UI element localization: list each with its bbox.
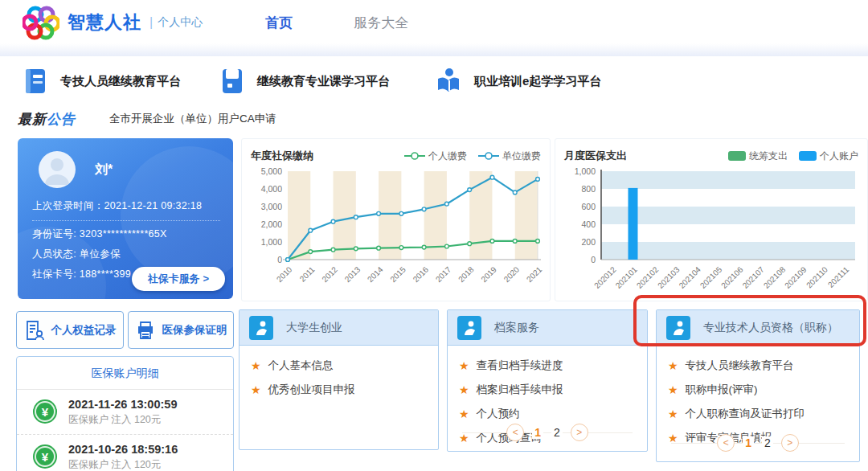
pagination-prev-button[interactable]: < bbox=[506, 424, 524, 441]
platform-link-label: 继续教育专业课学习平台 bbox=[257, 74, 390, 89]
social-security-card-service-button[interactable]: 社保卡服务 > bbox=[132, 267, 225, 291]
pagination-page-2[interactable]: 2 bbox=[762, 436, 773, 449]
svg-text:2018: 2018 bbox=[457, 264, 476, 284]
person-icon bbox=[253, 320, 269, 336]
legend-label: 个人缴费 bbox=[428, 149, 467, 163]
avatar bbox=[39, 151, 76, 188]
star-icon: ★ bbox=[459, 384, 469, 395]
service-card-header: 档案服务 bbox=[448, 310, 647, 346]
svg-text:2015: 2015 bbox=[388, 264, 407, 284]
service-card-item[interactable]: ★优秀创业项目申报 bbox=[251, 378, 430, 402]
line-chart-title: 年度社保缴纳 bbox=[251, 149, 313, 163]
service-card-item-label: 职称申报(评审) bbox=[686, 383, 758, 397]
quick-button-rights-record[interactable]: 个人权益记录 bbox=[16, 311, 124, 349]
star-icon: ★ bbox=[251, 384, 261, 395]
svg-text:2010: 2010 bbox=[275, 264, 294, 284]
annual-social-insurance-chart-panel: 年度社保缴纳 个人缴费单位缴费 01,0002,0003,0004,0005,0… bbox=[241, 138, 551, 301]
medical-account-panel-title: 医保账户明细 bbox=[17, 357, 233, 390]
main-nav: 首页服务大全 bbox=[265, 14, 408, 32]
account-entry: ¥2021-11-26 13:00:59医保账户 注入 120元 bbox=[17, 390, 233, 434]
platform-link-1[interactable]: 继续教育专业课学习平台 bbox=[217, 66, 390, 96]
pagination-page-1[interactable]: 1 bbox=[743, 436, 754, 449]
money-icon: ¥ bbox=[33, 444, 57, 469]
pagination-prev-button[interactable]: < bbox=[717, 434, 735, 452]
service-card-item[interactable]: ★个人基本信息 bbox=[251, 354, 430, 378]
brand-subtitle: 个人中心 bbox=[158, 15, 203, 30]
service-card-item[interactable]: ★职称申报(评审) bbox=[668, 378, 851, 402]
page: 智慧人社 | 个人中心 首页服务大全 专技人员继续教育平台继续教育专业课学习平台… bbox=[0, 0, 868, 471]
service-card-header: 专业技术人员资格（职称） bbox=[657, 310, 859, 346]
service-card-0: 大学生创业★个人基本信息★优秀创业项目申报 bbox=[239, 309, 439, 450]
quick-button-insurance-proof[interactable]: 医保参保证明 bbox=[128, 311, 234, 349]
svg-text:202102: 202102 bbox=[635, 264, 661, 290]
service-card-title: 档案服务 bbox=[494, 321, 539, 335]
pagination-next-button[interactable]: > bbox=[571, 424, 588, 441]
quick-button-label: 个人权益记录 bbox=[51, 323, 117, 338]
bar-chart-legend: 统筹支出个人账户 bbox=[728, 149, 858, 163]
svg-text:1,000: 1,000 bbox=[575, 166, 596, 176]
account-entry-time: 2021-10-26 18:59:16 bbox=[68, 443, 178, 456]
account-entry-desc: 医保账户 注入 120元 bbox=[68, 458, 178, 471]
brand-flower-logo-icon bbox=[23, 5, 59, 40]
nav-item-services[interactable]: 服务大全 bbox=[354, 14, 408, 32]
service-card-icon bbox=[666, 316, 690, 340]
service-card-item-label: 优秀创业项目申报 bbox=[268, 383, 355, 397]
svg-text:2019: 2019 bbox=[479, 264, 498, 284]
line-chart-legend: 个人缴费单位缴费 bbox=[404, 149, 541, 163]
service-card-item-label: 专技人员继续教育平台 bbox=[686, 358, 794, 373]
legend-line-marker-icon bbox=[404, 151, 425, 161]
svg-text:200: 200 bbox=[581, 237, 596, 247]
bar-chart-title: 月度医保支出 bbox=[564, 149, 627, 163]
profile-status: 人员状态: 单位参保 bbox=[32, 244, 220, 264]
notice-row: 最新公告 全市开展企业（单位）用户CA申请 bbox=[0, 109, 868, 129]
notice-label: 最新公告 bbox=[18, 110, 76, 129]
notice-link[interactable]: 全市开展企业（单位）用户CA申请 bbox=[109, 112, 276, 126]
pagination-line bbox=[462, 432, 633, 433]
service-card-items: ★个人基本信息★优秀创业项目申报 bbox=[240, 346, 438, 402]
service-card-item-label: 个人基本信息 bbox=[268, 358, 334, 373]
quick-button-label: 医保参保证明 bbox=[162, 323, 227, 338]
service-card-item[interactable]: ★个人预约 bbox=[459, 402, 639, 426]
medical-account-panel: 医保账户明细 ¥2021-11-26 13:00:59医保账户 注入 120元¥… bbox=[16, 356, 234, 471]
service-card-1: 档案服务★查看归档手续进度★档案归档手续申报★个人预约★个人预约查询<12> bbox=[447, 309, 648, 452]
printer-icon bbox=[135, 320, 156, 341]
star-icon: ★ bbox=[668, 360, 678, 371]
svg-text:0: 0 bbox=[277, 255, 282, 264]
legend-item: 单位缴费 bbox=[478, 149, 541, 163]
svg-text:2012: 2012 bbox=[320, 264, 339, 284]
star-icon: ★ bbox=[459, 408, 469, 420]
platform-link-0[interactable]: 专技人员继续教育平台 bbox=[20, 66, 181, 96]
service-card-item-label: 档案归档手续申报 bbox=[477, 383, 563, 397]
legend-label: 统筹支出 bbox=[749, 149, 788, 163]
person-icon bbox=[670, 320, 686, 336]
platform-link-label: 专技人员继续教育平台 bbox=[60, 74, 181, 89]
legend-swatch-icon bbox=[799, 151, 817, 161]
svg-text:202012: 202012 bbox=[592, 264, 618, 290]
platform-link-label: 职业培训e起学学习平台 bbox=[474, 74, 601, 89]
service-card-item[interactable]: ★档案归档手续申报 bbox=[459, 378, 639, 402]
svg-text:202103: 202103 bbox=[656, 264, 682, 290]
svg-text:202108: 202108 bbox=[762, 264, 788, 290]
svg-text:2011: 2011 bbox=[298, 264, 317, 283]
nav-item-home[interactable]: 首页 bbox=[265, 14, 293, 32]
svg-text:5,000: 5,000 bbox=[261, 166, 282, 176]
header: 智慧人社 | 个人中心 首页服务大全 bbox=[0, 0, 868, 45]
record-icon bbox=[24, 320, 45, 341]
pagination-page-1[interactable]: 1 bbox=[532, 426, 543, 439]
brand-divider: | bbox=[149, 15, 153, 30]
platform-link-2[interactable]: 职业培训e起学学习平台 bbox=[434, 66, 601, 96]
service-card-item[interactable]: ★专技人员继续教育平台 bbox=[668, 354, 851, 378]
header-divider-band bbox=[0, 43, 868, 56]
service-card-item-label: 个人职称查询及证书打印 bbox=[686, 407, 805, 421]
service-card-header: 大学生创业 bbox=[240, 310, 438, 346]
svg-text:2013: 2013 bbox=[343, 264, 362, 284]
line-chart: 01,0002,0003,0004,0005,00020102011201220… bbox=[251, 165, 542, 297]
service-card-title: 专业技术人员资格（职称） bbox=[703, 321, 838, 335]
service-card-item[interactable]: ★个人职称查询及证书打印 bbox=[668, 402, 851, 426]
svg-text:600: 600 bbox=[581, 202, 596, 211]
pagination-page-2[interactable]: 2 bbox=[551, 426, 563, 439]
svg-text:0: 0 bbox=[591, 255, 596, 264]
service-card-item[interactable]: ★查看归档手续进度 bbox=[459, 354, 639, 378]
pagination-next-button[interactable]: > bbox=[781, 434, 799, 452]
service-card-item-label: 查看归档手续进度 bbox=[477, 358, 563, 373]
